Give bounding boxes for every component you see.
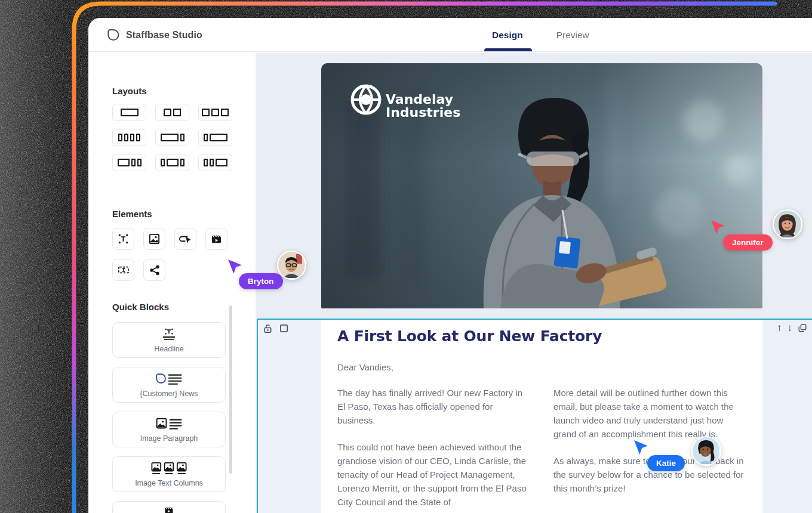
cursor-bryton: Bryton (227, 259, 243, 277)
layouts-heading: Layouts (112, 86, 147, 96)
layout-one-column[interactable] (112, 104, 146, 121)
cursor-arrow-icon (710, 220, 726, 236)
quick-block-customer-news[interactable]: {Customer} News (112, 367, 226, 403)
email-salutation[interactable]: Dear Vandies, (337, 362, 746, 372)
layout-four-columns[interactable] (112, 129, 146, 146)
paragraph: This could not have been achieved withou… (337, 440, 530, 509)
app-window: Staffbase Studio Design Preview Layouts (88, 18, 812, 513)
layout-three-columns[interactable] (198, 104, 232, 121)
elements-row-1 (112, 228, 227, 250)
layout-two-narrow-wide[interactable] (198, 154, 232, 171)
cursor-katie: Katie (633, 440, 649, 458)
button-element-button[interactable] (174, 228, 196, 250)
text-element-button[interactable] (112, 228, 134, 250)
tab-design[interactable]: Design (492, 30, 523, 41)
move-down-icon[interactable]: ↓ (788, 323, 793, 333)
app-title: Staffbase Studio (126, 30, 202, 41)
block-gutter-left (258, 320, 321, 513)
email-column-left[interactable]: The day has finally arrived! Our new Fac… (337, 386, 530, 509)
video-text-icon (161, 506, 177, 513)
cursor-jennifer: Jennifer (710, 220, 726, 238)
active-tab-indicator (484, 48, 532, 51)
quick-blocks-scrollbar[interactable] (229, 305, 232, 474)
email-canvas: Vandelay Industries (256, 52, 812, 513)
unlock-icon[interactable] (263, 323, 273, 333)
image-text-columns-icon (150, 462, 188, 476)
layout-wide-narrow[interactable] (155, 129, 189, 146)
quick-block-label: Headline (154, 345, 183, 353)
cursor-arrow-icon (633, 440, 649, 456)
tab-preview[interactable]: Preview (556, 30, 589, 41)
selected-content-block[interactable]: A First Look at Our New Factory Dear Van… (257, 319, 812, 513)
staffbase-logo-icon (106, 28, 120, 42)
hero-image-block[interactable]: Vandelay Industries (321, 63, 762, 308)
view-tabs: Design Preview (492, 18, 589, 52)
quick-block-image-text-columns[interactable]: Image Text Columns (112, 456, 226, 492)
email-heading[interactable]: A First Look at Our New Factory (337, 327, 746, 345)
image-paragraph-icon (155, 417, 183, 431)
video-icon (210, 233, 223, 245)
avatar-bryton (277, 251, 306, 280)
spacer-icon (117, 264, 130, 276)
layout-wide-two-narrow[interactable] (112, 154, 146, 171)
email-columns: The day has finally arrived! Our new Fac… (337, 386, 746, 509)
quick-blocks-list: Headline {Customer} News (112, 322, 226, 513)
avatar-jennifer (773, 209, 802, 239)
layout-two-columns[interactable] (155, 104, 189, 121)
quick-block-video-text[interactable]: Video Text (112, 501, 226, 513)
cursor-label-bryton: Bryton (239, 273, 283, 289)
sidebar: Layouts Elements (88, 52, 256, 513)
elements-heading: Elements (112, 209, 152, 219)
share-icon (149, 264, 161, 276)
avatar-katie (691, 436, 721, 466)
spacer-element-button[interactable] (112, 259, 134, 281)
brand: Staffbase Studio (106, 18, 202, 52)
duplicate-icon[interactable] (798, 323, 807, 333)
email-text-block[interactable]: A First Look at Our New Factory Dear Van… (321, 320, 762, 513)
app-header: Staffbase Studio Design Preview (88, 18, 812, 52)
paragraph: More detail will be outlined further dow… (553, 386, 746, 441)
quick-block-headline[interactable]: Headline (112, 322, 226, 358)
elements-row-2 (112, 259, 165, 281)
cursor-arrow-icon (227, 259, 243, 275)
layouts-grid (112, 104, 232, 171)
quick-block-image-paragraph[interactable]: Image Paragraph (112, 412, 226, 447)
customer-news-icon (155, 372, 183, 387)
button-icon (179, 233, 192, 245)
video-element-button[interactable] (205, 228, 227, 250)
select-container-icon[interactable] (279, 323, 289, 333)
brand-line2: Industries (386, 105, 460, 120)
text-icon (117, 233, 130, 245)
quick-block-label: {Customer} News (140, 390, 198, 398)
layout-narrow-wide-narrow[interactable] (155, 154, 189, 171)
cursor-label-jennifer: Jennifer (723, 234, 773, 251)
image-icon (148, 233, 161, 245)
block-gutter-right: ↑ ↓ (762, 320, 812, 513)
marketing-stage: Staffbase Studio Design Preview Layouts (0, 0, 812, 513)
hero-photo: Vandelay Industries (321, 63, 762, 308)
paragraph: The day has finally arrived! Our new Fac… (337, 386, 530, 427)
layout-narrow-wide[interactable] (198, 129, 232, 146)
quick-block-label: Image Text Columns (135, 479, 203, 487)
edge-light-glow (0, 0, 78, 513)
quick-block-label: Image Paragraph (140, 434, 198, 443)
share-element-button[interactable] (143, 259, 165, 281)
headline-icon (161, 327, 177, 342)
move-up-icon[interactable]: ↑ (777, 323, 782, 333)
cursor-label-katie: Katie (647, 455, 685, 471)
quick-blocks-heading: Quick Blocks (112, 302, 169, 312)
image-element-button[interactable] (143, 228, 165, 250)
